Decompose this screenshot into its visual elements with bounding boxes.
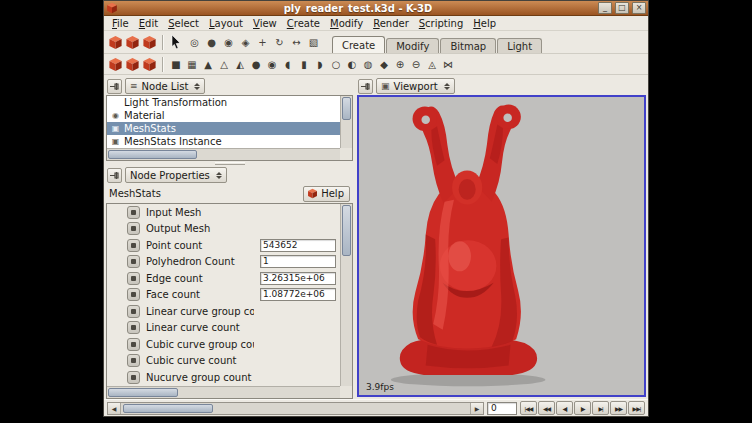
panel-type-combo[interactable]: ≡ Node List xyxy=(125,78,205,94)
3d-viewport[interactable]: 3.9fps xyxy=(357,95,646,397)
pin-panel-button[interactable] xyxy=(358,79,373,94)
play-button[interactable]: |▶ xyxy=(574,401,591,415)
previous-frame-button[interactable]: ◀| xyxy=(556,401,573,415)
channel-connect-icon[interactable] xyxy=(127,371,140,384)
scroll-right-button[interactable]: ▶ xyxy=(470,403,483,414)
pin-panel-button[interactable] xyxy=(107,79,122,94)
timeline-scrollbar[interactable]: ◀ ▶ xyxy=(107,402,484,415)
circle-icon[interactable]: ○ xyxy=(328,56,344,72)
poly-tube-icon[interactable]: ▮ xyxy=(296,56,312,72)
tab-bitmap[interactable]: Bitmap xyxy=(440,38,496,53)
vscroll-thumb[interactable] xyxy=(342,97,351,120)
menu-item[interactable]: Render xyxy=(368,18,414,29)
frame-number-field[interactable]: 0 xyxy=(487,402,517,415)
channel-connect-icon[interactable] xyxy=(127,255,140,268)
maximize-button[interactable]: □ xyxy=(615,2,629,14)
pin-panel-button[interactable] xyxy=(107,168,122,183)
save-document-icon[interactable] xyxy=(141,34,158,51)
poly-grid-icon[interactable]: ▦ xyxy=(184,56,200,72)
menu-item[interactable]: View xyxy=(248,18,282,29)
menu-item[interactable]: Modify xyxy=(325,18,368,29)
close-button[interactable]: × xyxy=(632,2,646,14)
minimize-button[interactable]: _ xyxy=(598,2,612,14)
scale-tool-icon[interactable]: ↔ xyxy=(288,34,305,51)
channel-connect-icon[interactable] xyxy=(127,272,140,285)
channel-connect-icon[interactable] xyxy=(127,206,140,219)
scroll-left-button[interactable]: ◀ xyxy=(108,403,121,414)
tab-create[interactable]: Create xyxy=(332,36,385,53)
hyperboloid-icon[interactable]: ⊖ xyxy=(408,56,424,72)
go-last-frame-button[interactable]: ▶▶| xyxy=(628,401,645,415)
properties-vscrollbar[interactable] xyxy=(340,204,352,386)
nurbs-sphere-icon[interactable]: ◍ xyxy=(360,56,376,72)
menu-item[interactable]: Edit xyxy=(134,18,163,29)
channel-connect-icon[interactable] xyxy=(127,338,140,351)
hscroll-thumb[interactable] xyxy=(108,388,178,397)
panel-type-combo[interactable]: ▣ Viewport xyxy=(376,78,455,94)
hemisphere-icon[interactable]: ◐ xyxy=(344,56,360,72)
poly-sphere-icon[interactable]: ● xyxy=(248,56,264,72)
menu-item[interactable]: File xyxy=(107,18,134,29)
property-value-field[interactable]: 543652 xyxy=(260,239,336,252)
snap-tool-icon[interactable]: ▧ xyxy=(305,34,322,51)
channel-connect-icon[interactable] xyxy=(127,321,140,334)
menu-item[interactable]: Select xyxy=(163,18,204,29)
menu-item[interactable]: Layout xyxy=(204,18,248,29)
instantiate-node-icon[interactable] xyxy=(107,56,124,73)
poly-cylinder-icon[interactable]: ◖ xyxy=(280,56,296,72)
vscroll-thumb[interactable] xyxy=(342,205,351,256)
open-document-icon[interactable] xyxy=(124,34,141,51)
node-list-item[interactable]: ◉ Material xyxy=(107,109,340,122)
channel-connect-icon[interactable] xyxy=(127,239,140,252)
node-list-item[interactable]: ▣ MeshStats xyxy=(107,122,340,135)
rewind-button[interactable]: ◀◀ xyxy=(538,401,555,415)
node-list-vscrollbar[interactable] xyxy=(340,96,352,148)
k3d-application-window: ply_reader_test.k3d - K-3D _ □ × FileEdi… xyxy=(103,0,649,417)
property-value-field[interactable]: 1.08772e+06 xyxy=(260,288,336,301)
channel-connect-icon[interactable] xyxy=(127,288,140,301)
paraboloid-icon[interactable]: ⊕ xyxy=(392,56,408,72)
poly-cone-icon[interactable]: ▲ xyxy=(200,56,216,72)
poly-prism-icon[interactable]: ◭ xyxy=(232,56,248,72)
select-lines-tool-icon[interactable]: ◉ xyxy=(220,34,237,51)
node-list-item[interactable]: Light Transformation xyxy=(107,96,340,109)
titlebar[interactable]: ply_reader_test.k3d - K-3D _ □ × xyxy=(104,1,648,16)
tab-modify[interactable]: Modify xyxy=(386,38,439,53)
go-first-frame-button[interactable]: |◀◀ xyxy=(520,401,537,415)
help-button[interactable]: Help xyxy=(303,186,350,202)
select-faces-tool-icon[interactable]: ◈ xyxy=(237,34,254,51)
fast-forward-button[interactable]: ▶▶ xyxy=(610,401,627,415)
move-tool-icon[interactable]: + xyxy=(254,34,271,51)
select-nodes-tool-icon[interactable]: ◎ xyxy=(186,34,203,51)
teapot-icon[interactable]: ⋈ xyxy=(440,56,456,72)
properties-hscrollbar[interactable] xyxy=(107,386,340,398)
poly-disk-icon[interactable]: ◉ xyxy=(264,56,280,72)
channel-connect-icon[interactable] xyxy=(127,354,140,367)
hscroll-thumb[interactable] xyxy=(108,150,197,159)
property-value-field[interactable]: 1 xyxy=(260,255,336,268)
channel-connect-icon[interactable] xyxy=(127,222,140,235)
bilinear-patch-icon[interactable]: ◆ xyxy=(376,56,392,72)
menu-item[interactable]: Scripting xyxy=(414,18,468,29)
select-arrow-tool[interactable] xyxy=(168,34,184,51)
property-value-field[interactable]: 3.26315e+06 xyxy=(260,272,336,285)
panel-type-combo[interactable]: Node Properties xyxy=(125,167,227,183)
node-list-item[interactable]: ▣ MeshStats Instance xyxy=(107,135,340,148)
scrollbar-thumb[interactable] xyxy=(123,404,213,413)
delete-node-icon[interactable] xyxy=(141,56,158,73)
poly-pyramid-icon[interactable]: △ xyxy=(216,56,232,72)
poly-cube-icon[interactable]: ■ xyxy=(168,56,184,72)
rotate-tool-icon[interactable]: ↻ xyxy=(271,34,288,51)
duplicate-node-icon[interactable] xyxy=(124,56,141,73)
select-points-tool-icon[interactable]: ● xyxy=(203,34,220,51)
new-document-icon[interactable] xyxy=(107,34,124,51)
menu-item[interactable]: Help xyxy=(468,18,501,29)
channel-connect-icon[interactable] xyxy=(127,305,140,318)
menu-item[interactable]: Create xyxy=(282,18,325,29)
node-list-hscrollbar[interactable] xyxy=(107,148,340,160)
next-frame-button[interactable]: ▶| xyxy=(592,401,609,415)
poly-torus-icon[interactable]: ◗ xyxy=(312,56,328,72)
tab-light[interactable]: Light xyxy=(497,38,542,53)
polyhedron-icon[interactable]: ◬ xyxy=(424,56,440,72)
scrollbar-track[interactable] xyxy=(121,403,470,414)
